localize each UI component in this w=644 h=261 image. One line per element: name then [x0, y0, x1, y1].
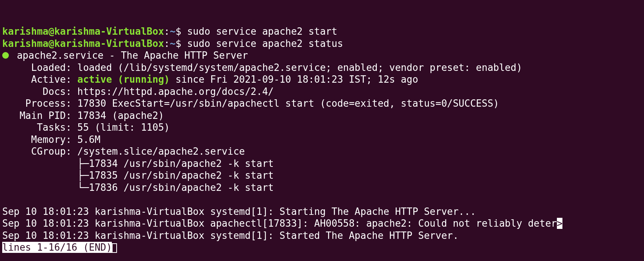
prompt-line-2: karishma@karishma-VirtualBox:~$ sudo ser…	[2, 38, 343, 49]
active-status: active (running)	[78, 74, 170, 85]
active-line: Active: active (running) since Fri 2021-…	[2, 74, 418, 85]
tasks-line: Tasks: 55 (limit: 1105)	[2, 122, 170, 133]
loaded-line: Loaded: loaded (/lib/systemd/system/apac…	[2, 62, 522, 73]
pager-status: lines 1-16/16 (END)	[2, 242, 112, 253]
mainpid-line: Main PID: 17834 (apache2)	[2, 110, 164, 121]
cgroup-child-1: ├─17834 /usr/sbin/apache2 -k start	[2, 158, 274, 169]
cgroup-line: CGroup: /system.slice/apache2.service	[2, 146, 245, 157]
service-title-line: apache2.service - The Apache HTTP Server	[2, 50, 248, 61]
prompt-dollar: $	[176, 38, 187, 49]
cgroup-child-3: └─17836 /usr/sbin/apache2 -k start	[2, 182, 274, 193]
cursor-icon	[112, 243, 117, 253]
log-line-1: Sep 10 18:01:23 karishma-VirtualBox syst…	[2, 206, 476, 217]
prompt-sep: :	[164, 26, 170, 37]
prompt-user: karishma@karishma-VirtualBox	[2, 26, 164, 37]
prompt-line-1: karishma@karishma-VirtualBox:~$ sudo ser…	[2, 26, 337, 37]
process-line: Process: 17830 ExecStart=/usr/sbin/apach…	[2, 98, 499, 109]
command-text: sudo service apache2 start	[187, 26, 337, 37]
prompt-path: ~	[170, 26, 176, 37]
memory-line: Memory: 5.6M	[2, 134, 100, 145]
docs-line: Docs: https://httpd.apache.org/docs/2.4/	[2, 86, 274, 97]
prompt-sep: :	[164, 38, 170, 49]
prompt-user: karishma@karishma-VirtualBox	[2, 38, 164, 49]
prompt-dollar: $	[176, 26, 187, 37]
truncation-indicator: >	[557, 218, 563, 229]
log-line-2: Sep 10 18:01:23 karishma-VirtualBox apac…	[2, 218, 562, 229]
command-text: sudo service apache2 status	[187, 38, 343, 49]
terminal-output[interactable]: karishma@karishma-VirtualBox:~$ sudo ser…	[2, 25, 642, 254]
cgroup-child-2: ├─17835 /usr/sbin/apache2 -k start	[2, 170, 274, 181]
log-line-3: Sep 10 18:01:23 karishma-VirtualBox syst…	[2, 230, 459, 241]
status-dot-icon	[2, 52, 9, 59]
pager-status-line: lines 1-16/16 (END)	[2, 242, 117, 253]
prompt-path: ~	[170, 38, 176, 49]
